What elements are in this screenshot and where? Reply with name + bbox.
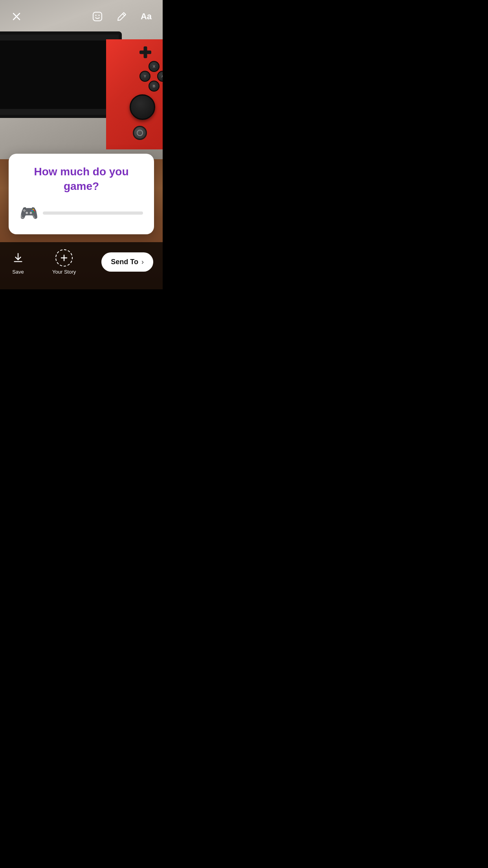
draw-button[interactable] — [113, 8, 130, 25]
save-icon-wrap — [9, 249, 27, 267]
your-story-icon-wrap — [55, 249, 73, 267]
plus-icon — [60, 254, 68, 262]
x-button: X — [149, 61, 160, 72]
pencil-icon — [117, 11, 127, 22]
poll-card[interactable]: How much do you game? 🎮 — [9, 154, 154, 234]
save-label: Save — [12, 269, 24, 275]
your-story-circle — [55, 249, 73, 267]
joycon-right: A B X Y — [106, 39, 163, 149]
poll-emoji: 🎮 — [20, 204, 38, 222]
svg-rect-2 — [93, 12, 102, 21]
b-button: B — [149, 81, 160, 92]
your-story-button[interactable]: Your Story — [52, 249, 76, 275]
top-right-icons: Aa — [89, 8, 155, 25]
home-button — [133, 126, 147, 140]
switch-illustration: A B X Y — [0, 31, 163, 157]
svg-line-5 — [123, 14, 125, 16]
your-story-label: Your Story — [52, 269, 76, 275]
close-button[interactable] — [8, 8, 25, 25]
sticker-button[interactable] — [89, 8, 106, 25]
analog-stick — [130, 94, 155, 120]
switch-screen — [0, 31, 122, 118]
switch-display — [0, 40, 113, 109]
send-to-chevron-icon: › — [141, 258, 144, 266]
bottom-bar: Save Your Story Send To › — [0, 242, 163, 289]
save-button[interactable]: Save — [9, 249, 27, 275]
screen: A B X Y — [0, 0, 163, 289]
poll-question: How much do you game? — [20, 165, 143, 193]
text-button-label: Aa — [141, 11, 152, 22]
y-button: Y — [139, 71, 150, 82]
sticker-icon — [92, 11, 103, 22]
text-button[interactable]: Aa — [138, 8, 155, 25]
poll-track[interactable] — [43, 211, 143, 215]
save-icon — [13, 252, 24, 263]
send-to-label: Send To — [111, 258, 138, 266]
poll-slider-area: 🎮 — [20, 204, 143, 222]
home-button-inner — [137, 130, 143, 136]
dpad — [139, 46, 151, 58]
send-to-button[interactable]: Send To › — [101, 252, 153, 272]
svg-point-3 — [95, 15, 97, 16]
close-icon — [12, 12, 21, 21]
top-bar: Aa — [0, 0, 163, 31]
svg-point-4 — [99, 15, 100, 16]
a-button: A — [157, 71, 163, 82]
